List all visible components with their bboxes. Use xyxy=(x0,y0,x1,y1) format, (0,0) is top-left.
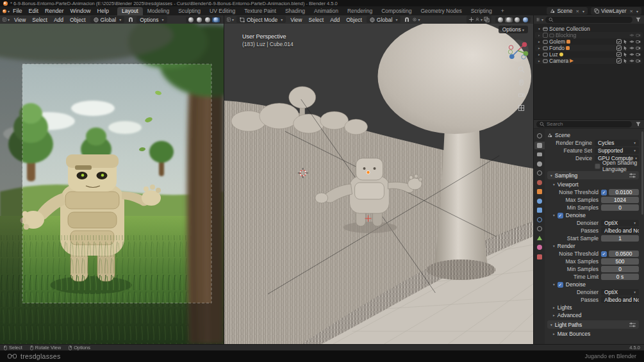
max-bounces-subsection-header[interactable]: Max Bounces xyxy=(547,330,639,338)
shading-solid-button[interactable] xyxy=(195,17,203,22)
tab-render-properties[interactable] xyxy=(534,142,545,149)
tab-scene-properties[interactable] xyxy=(534,169,545,177)
camera-view-icon[interactable] xyxy=(518,92,525,99)
solid-scene[interactable] xyxy=(224,24,533,344)
selectability-cursor-icon[interactable] xyxy=(623,45,628,51)
menu-render[interactable]: Render xyxy=(42,8,67,14)
expand-icon[interactable] xyxy=(537,33,541,37)
selectability-cursor-icon[interactable] xyxy=(623,58,628,63)
disable-render-camera-icon[interactable] xyxy=(636,58,641,63)
zoom-icon[interactable] xyxy=(518,66,525,73)
snap-magnet-icon[interactable] xyxy=(127,16,134,23)
properties-scrollbar[interactable] xyxy=(641,131,643,215)
workspace-geometry-nodes[interactable]: Geometry Nodes xyxy=(416,7,466,15)
hide-viewport-eye-icon[interactable] xyxy=(629,45,634,51)
scene-unlink-icon[interactable] xyxy=(575,8,579,14)
exclude-checkbox-icon[interactable] xyxy=(616,58,622,63)
pan-hand-icon[interactable] xyxy=(518,79,525,86)
advanced-subsection-header[interactable]: Advanced xyxy=(547,311,639,319)
max-samples-field[interactable]: 1024 xyxy=(601,197,639,204)
feature-set-dropdown[interactable]: Supported xyxy=(595,147,639,154)
shading-material-button[interactable] xyxy=(204,17,211,22)
render-engine-dropdown[interactable]: Cycles xyxy=(595,140,639,147)
viewport-subsection-header[interactable]: Viewport xyxy=(547,181,639,188)
noise-threshold-field[interactable]: 0.0500 xyxy=(609,251,639,258)
shading-wireframe-button[interactable] xyxy=(497,17,504,22)
shading-wireframe-button[interactable] xyxy=(187,17,195,22)
left-vp-menu-add[interactable]: Add xyxy=(52,17,65,23)
toggle-grid-icon[interactable] xyxy=(518,104,525,111)
menu-edit[interactable]: Edit xyxy=(26,8,42,14)
outliner-row-blocking[interactable]: Blocking xyxy=(535,32,643,38)
expand-icon[interactable] xyxy=(537,59,541,63)
viewlayer-unlink-icon[interactable] xyxy=(629,8,633,14)
light-paths-presets-icon[interactable] xyxy=(629,322,636,327)
tab-constraint-properties[interactable] xyxy=(534,225,545,233)
menu-file[interactable]: File xyxy=(10,8,26,14)
workspace-shading[interactable]: Shading xyxy=(281,7,310,15)
add-workspace-button[interactable]: + xyxy=(497,7,509,15)
rendered-scene[interactable] xyxy=(0,24,224,344)
denoiser-dropdown[interactable]: OptiX xyxy=(601,220,639,227)
denoise-checkbox[interactable] xyxy=(557,282,563,288)
hide-viewport-eye-icon[interactable] xyxy=(629,52,634,57)
max-samples-field[interactable]: 500 xyxy=(601,258,639,265)
expand-icon[interactable] xyxy=(537,27,541,31)
left-vp-menu-select[interactable]: Select xyxy=(30,17,49,23)
disable-render-camera-icon[interactable] xyxy=(636,39,641,44)
hide-viewport-eye-icon[interactable] xyxy=(629,39,634,44)
workspace-sculpting[interactable]: Sculpting xyxy=(174,7,205,15)
workspace-rendering[interactable]: Rendering xyxy=(343,7,377,15)
disable-render-camera-icon[interactable] xyxy=(636,33,641,38)
center-vp-menu-view[interactable]: View xyxy=(288,17,304,23)
tab-output-properties[interactable] xyxy=(534,151,545,158)
center-vp-orientation-dropdown[interactable]: Global xyxy=(367,16,401,23)
workspace-layout[interactable]: Layout xyxy=(117,7,143,15)
noise-threshold-checkbox[interactable] xyxy=(601,251,607,257)
passes-dropdown[interactable]: Albedo and Normal xyxy=(601,297,639,304)
noise-threshold-field[interactable]: 0.0100 xyxy=(609,189,639,196)
tab-modifier-properties[interactable] xyxy=(534,197,545,205)
collection-name[interactable]: Golem xyxy=(549,38,565,45)
workspace-modeling[interactable]: Modeling xyxy=(143,7,174,15)
navigation-gizmo[interactable] xyxy=(506,39,529,62)
exclude-checkbox-icon[interactable] xyxy=(543,33,548,38)
tab-world-properties[interactable] xyxy=(534,179,545,186)
scene-selector[interactable]: Scene xyxy=(547,7,588,15)
left-vp-orientation-dropdown[interactable]: Global xyxy=(90,16,125,23)
viewlayer-selector[interactable]: ViewLayer xyxy=(591,7,641,15)
filter-funnel-icon[interactable] xyxy=(634,120,641,128)
rendered-viewport[interactable] xyxy=(0,24,224,344)
min-samples-field[interactable]: 0 xyxy=(601,266,639,273)
sampling-presets-icon[interactable] xyxy=(629,173,636,178)
left-vp-options-dropdown[interactable]: Options xyxy=(136,16,167,23)
collection-name[interactable]: Fondo xyxy=(549,45,565,51)
light-paths-section-header[interactable]: Light Paths xyxy=(547,320,639,329)
collection-name[interactable]: Scene Collection xyxy=(549,26,590,32)
time-limit-field[interactable]: 0 s xyxy=(601,274,639,281)
viewport-denoise-header[interactable]: Denoise xyxy=(547,211,639,219)
collection-name[interactable]: Blocking xyxy=(556,32,576,38)
shading-rendered-button[interactable] xyxy=(522,17,529,22)
outliner-row-camera[interactable]: Camera xyxy=(535,58,643,64)
exclude-checkbox-icon[interactable] xyxy=(616,45,622,51)
outliner-search-input[interactable] xyxy=(556,17,629,22)
denoiser-dropdown[interactable]: OptiX xyxy=(601,289,639,296)
workspace-compositing[interactable]: Compositing xyxy=(377,7,416,15)
shading-material-button[interactable] xyxy=(513,17,521,22)
expand-icon[interactable] xyxy=(537,40,541,44)
render-subsection-header[interactable]: Render xyxy=(547,242,639,250)
center-vp-menu-object[interactable]: Object xyxy=(344,17,364,23)
collection-name[interactable]: Camera xyxy=(549,58,568,64)
denoise-checkbox[interactable] xyxy=(557,213,563,218)
outliner-row-luz[interactable]: Luz xyxy=(535,51,643,58)
proportional-edit-icon[interactable] xyxy=(413,16,420,23)
passes-dropdown[interactable]: Albedo and Normal xyxy=(601,227,639,234)
properties-search-input[interactable] xyxy=(547,121,629,127)
left-vp-menu-view[interactable]: View xyxy=(12,17,28,23)
selectability-cursor-icon[interactable] xyxy=(623,52,628,57)
blender-menu-icon[interactable] xyxy=(3,8,10,15)
center-vp-menu-add[interactable]: Add xyxy=(328,17,342,23)
hide-viewport-eye-icon[interactable] xyxy=(629,33,634,38)
lights-subsection-header[interactable]: Lights xyxy=(547,304,639,311)
